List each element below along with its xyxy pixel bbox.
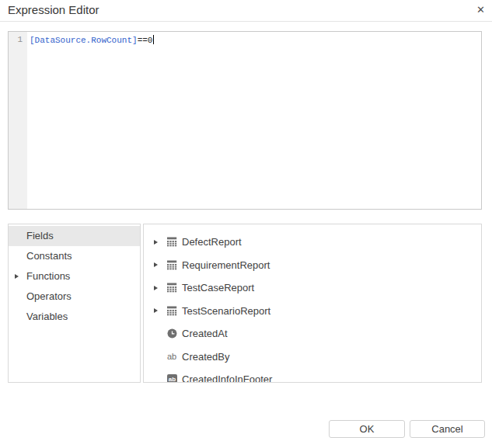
- expand-arrow-slot: [154, 262, 167, 267]
- field-label: CreatedAt: [182, 328, 228, 339]
- field-item-defectreport[interactable]: DefectReport: [144, 231, 481, 254]
- field-item-requirementreport[interactable]: RequirementReport: [144, 254, 481, 277]
- category-item-constants[interactable]: Constants: [9, 246, 140, 266]
- cancel-button[interactable]: Cancel: [410, 420, 485, 438]
- field-icon-slot: ab: [167, 352, 182, 362]
- category-item-operators[interactable]: Operators: [9, 287, 140, 307]
- field-icon-slot: [167, 306, 182, 316]
- field-label: TestScenarioReport: [182, 305, 270, 317]
- expand-arrow-slot: [154, 286, 167, 290]
- dialog-titlebar: Expression Editor ✕: [0, 0, 492, 22]
- ok-button[interactable]: OK: [329, 420, 405, 438]
- field-label: TestCaseReport: [182, 282, 254, 293]
- expand-arrow-slot: [154, 308, 167, 313]
- text-icon: ab: [167, 352, 176, 362]
- expand-arrow-icon[interactable]: [154, 262, 158, 267]
- expand-arrow-icon[interactable]: [154, 286, 158, 290]
- field-label: DefectReport: [182, 236, 242, 248]
- field-item-testcasereport[interactable]: TestCaseReport: [144, 276, 481, 300]
- field-item-createdat[interactable]: CreatedAt: [144, 322, 481, 346]
- expand-arrow-icon[interactable]: [15, 274, 19, 279]
- category-list: FieldsConstantsFunctionsOperatorsVariabl…: [8, 224, 141, 383]
- text-badge-icon: ab: [167, 374, 177, 383]
- category-item-fields[interactable]: Fields: [9, 226, 140, 246]
- line-number-gutter: 1: [9, 32, 27, 209]
- text-cursor-icon: [153, 35, 155, 44]
- category-label: Operators: [26, 290, 72, 302]
- category-label: Fields: [26, 230, 54, 241]
- field-icon-slot: [167, 283, 182, 293]
- expression-code-editor[interactable]: 1 [DataSource.RowCount]==0: [8, 31, 482, 210]
- table-icon: [167, 237, 177, 247]
- field-item-testscenarioreport[interactable]: TestScenarioReport: [144, 300, 481, 323]
- dialog-title: Expression Editor: [8, 3, 99, 16]
- expand-arrow-icon[interactable]: [154, 240, 158, 245]
- field-item-createdinfoinfooter[interactable]: abCreatedInfoInFooter: [144, 368, 481, 383]
- field-item-createdby[interactable]: abCreatedBy: [144, 346, 481, 369]
- close-icon[interactable]: ✕: [476, 4, 485, 16]
- field-icon-slot: ab: [167, 374, 182, 383]
- line-number: 1: [9, 35, 27, 45]
- table-icon: [167, 260, 177, 270]
- expand-arrow-slot: [154, 240, 167, 245]
- field-icon-slot: [167, 237, 182, 247]
- field-label: CreatedInfoInFooter: [182, 373, 272, 383]
- category-label: Constants: [26, 250, 72, 262]
- field-label: RequirementReport: [182, 259, 270, 271]
- code-operator-token: ==0: [138, 36, 153, 45]
- table-icon: [167, 306, 177, 316]
- field-icon-slot: [167, 328, 182, 339]
- fields-list: DefectReportRequirementReportTestCaseRep…: [143, 224, 482, 383]
- code-field-token: [DataSource.RowCount]: [30, 36, 138, 45]
- expand-arrow-icon[interactable]: [154, 308, 158, 313]
- table-icon: [167, 283, 177, 293]
- field-label: CreatedBy: [182, 351, 229, 363]
- category-item-variables[interactable]: Variables: [9, 307, 140, 327]
- category-item-functions[interactable]: Functions: [9, 266, 140, 287]
- field-icon-slot: [167, 260, 182, 270]
- clock-icon: [167, 328, 177, 339]
- category-label: Variables: [26, 311, 68, 322]
- expression-text[interactable]: [DataSource.RowCount]==0: [27, 35, 481, 46]
- category-label: Functions: [26, 270, 70, 282]
